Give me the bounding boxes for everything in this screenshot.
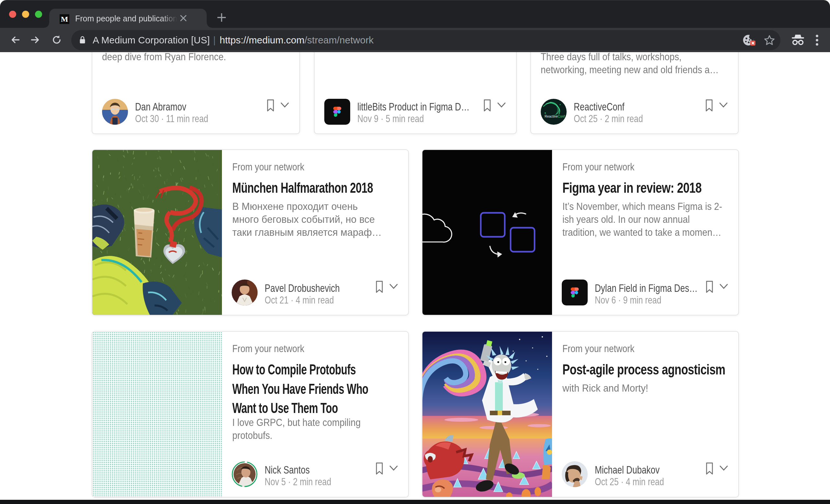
svg-text:ReactiveConf: ReactiveConf xyxy=(545,115,565,118)
